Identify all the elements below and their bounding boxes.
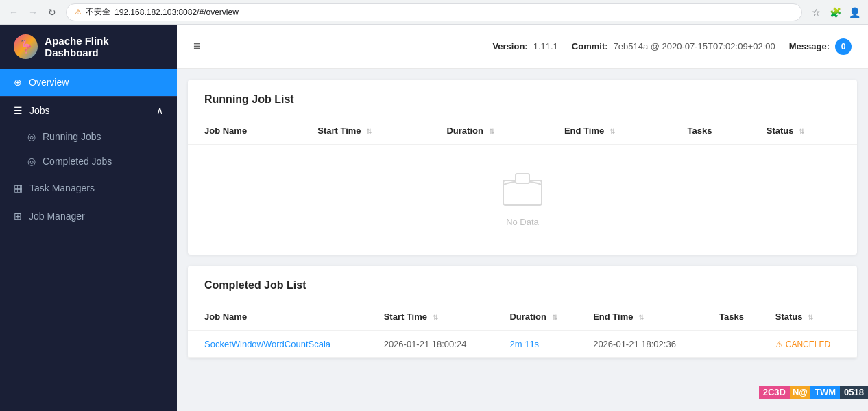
no-data-text: No Data (506, 217, 539, 227)
message-badge: 0 (835, 38, 852, 55)
sidebar-logo: 🦩 Apache Flink Dashboard (0, 25, 177, 69)
completed-jobs-icon: ◎ (27, 156, 36, 167)
address-text: 不安全 (86, 6, 110, 18)
sidebar-section-jobs: ☰ Jobs ∧ ◎ Running Jobs ◎ Completed Jobs (0, 96, 177, 174)
browser-navigation: ← → ↻ (5, 4, 60, 21)
refresh-button[interactable]: ↻ (44, 4, 60, 21)
cell-start-time: 2026-01-21 18:00:24 (373, 331, 499, 358)
watermark-csdn: 2C3D (759, 386, 790, 399)
completed-job-tbody: SocketWindowWordCountScala 2026-01-21 18… (188, 331, 857, 358)
comp-sort-start-time-icon: ⇅ (433, 314, 438, 321)
sort-start-time-icon: ⇅ (366, 128, 372, 135)
jobs-icon: ☰ (14, 105, 23, 116)
url-text: 192.168.182.103:8082/#/overview (114, 8, 239, 17)
extensions-icon[interactable]: 🧩 (827, 4, 843, 21)
jobs-header-left: ☰ Jobs (14, 105, 50, 116)
logo-icon: 🦩 (14, 34, 38, 59)
watermark-overlay: 2C3D N@ TWM 0518 (759, 386, 868, 399)
comp-col-job-name: Job Name (188, 303, 373, 331)
svg-rect-0 (503, 180, 542, 205)
address-bar[interactable]: ⚠ 不安全 192.168.182.103:8082/#/overview (66, 3, 802, 21)
svg-rect-1 (516, 174, 529, 183)
watermark-num: 0518 (840, 386, 868, 399)
sidebar-item-running-jobs[interactable]: ◎ Running Jobs (0, 124, 177, 149)
comp-col-start-time[interactable]: Start Time ⇅ (373, 303, 499, 331)
task-managers-icon: ▦ (14, 183, 23, 193)
table-row[interactable]: SocketWindowWordCountScala 2026-01-21 18… (188, 331, 857, 358)
version-value: 1.11.1 (533, 41, 558, 51)
sidebar-label-task-managers: Task Managers (29, 183, 95, 193)
browser-chrome: ← → ↻ ⚠ 不安全 192.168.182.103:8082/#/overv… (0, 0, 868, 25)
browser-actions: ☆ 🧩 👤 (808, 4, 863, 21)
sidebar-label-completed-jobs: Completed Jobs (43, 156, 112, 167)
chevron-up-icon: ∧ (156, 105, 163, 116)
comp-col-end-time[interactable]: End Time ⇅ (582, 303, 708, 331)
security-icon: ⚠ (75, 8, 82, 16)
running-job-table-head: Job Name Start Time ⇅ Duration ⇅ (188, 117, 857, 145)
cell-status: ⚠ CANCELED (764, 331, 857, 358)
comp-col-duration[interactable]: Duration ⇅ (498, 303, 582, 331)
status-badge: ⚠ CANCELED (775, 340, 830, 349)
sidebar: 🦩 Apache Flink Dashboard ⊕ Overview ☰ Jo… (0, 25, 177, 411)
version-label: Version: (492, 41, 527, 51)
completed-job-table: Job Name Start Time ⇅ Duration ⇅ (188, 303, 857, 358)
content-area: Running Job List Job Name Start Time ⇅ (177, 69, 868, 411)
sidebar-item-job-manager[interactable]: ⊞ Job Manager (0, 202, 177, 230)
comp-col-status[interactable]: Status ⇅ (764, 303, 857, 331)
commit-label: Commit: (572, 41, 608, 51)
sidebar-item-label-overview: Overview (29, 77, 69, 88)
running-job-list-title: Running Job List (188, 80, 857, 117)
watermark-twm: TWM (810, 386, 840, 399)
col-status[interactable]: Status ⇅ (756, 117, 857, 145)
col-job-name: Job Name (188, 117, 306, 145)
no-data-icon (501, 172, 544, 209)
cell-tasks (708, 331, 764, 358)
completed-job-header-row: Job Name Start Time ⇅ Duration ⇅ (188, 303, 857, 331)
col-start-time[interactable]: Start Time ⇅ (306, 117, 435, 145)
sidebar-item-overview[interactable]: ⊕ Overview (0, 69, 177, 96)
sidebar-label-running-jobs: Running Jobs (43, 131, 101, 142)
cell-duration: 2m 11s (498, 331, 582, 358)
forward-button[interactable]: → (25, 4, 41, 21)
comp-col-tasks: Tasks (708, 303, 764, 331)
sidebar-section-header-jobs[interactable]: ☰ Jobs ∧ (0, 97, 177, 124)
message-label: Message: (789, 41, 830, 51)
commit-value: 7eb514a @ 2020-07-15T07:02:09+02:00 (614, 41, 775, 51)
profile-icon[interactable]: 👤 (846, 4, 863, 21)
col-duration[interactable]: Duration ⇅ (435, 117, 553, 145)
status-icon: ⚠ (775, 340, 783, 349)
comp-sort-duration-icon: ⇅ (552, 314, 557, 321)
logo-text: Apache Flink Dashboard (45, 35, 163, 58)
bookmark-icon[interactable]: ☆ (808, 4, 824, 21)
header-info: Version: 1.11.1 Commit: 7eb514a @ 2020-0… (492, 38, 852, 55)
menu-toggle-icon[interactable]: ≡ (193, 39, 201, 54)
completed-job-list-title: Completed Job List (188, 266, 857, 303)
sort-duration-icon: ⇅ (489, 128, 494, 135)
running-job-table-container: Job Name Start Time ⇅ Duration ⇅ (188, 117, 857, 255)
top-header: ≡ Version: 1.11.1 Commit: 7eb514a @ 2020… (177, 25, 868, 69)
completed-job-table-head: Job Name Start Time ⇅ Duration ⇅ (188, 303, 857, 331)
comp-sort-end-time-icon: ⇅ (638, 314, 644, 321)
watermark-at: N@ (790, 386, 810, 399)
job-manager-icon: ⊞ (14, 211, 22, 222)
jobs-label: Jobs (29, 105, 50, 116)
running-job-header-row: Job Name Start Time ⇅ Duration ⇅ (188, 117, 857, 145)
col-tasks: Tasks (677, 117, 756, 145)
running-job-list-card: Running Job List Job Name Start Time ⇅ (188, 80, 857, 255)
sidebar-item-completed-jobs[interactable]: ◎ Completed Jobs (0, 149, 177, 174)
sidebar-label-job-manager: Job Manager (29, 211, 85, 222)
overview-icon: ⊕ (14, 77, 22, 88)
back-button[interactable]: ← (5, 4, 22, 21)
sidebar-item-task-managers[interactable]: ▦ Task Managers (0, 174, 177, 202)
cell-job-name: SocketWindowWordCountScala (188, 331, 373, 358)
running-jobs-icon: ◎ (27, 131, 36, 142)
completed-job-table-container: Job Name Start Time ⇅ Duration ⇅ (188, 303, 857, 358)
sort-end-time-icon: ⇅ (610, 128, 615, 135)
sort-status-icon: ⇅ (799, 128, 804, 135)
sidebar-navigation: ⊕ Overview ☰ Jobs ∧ ◎ Running Jobs ◎ (0, 69, 177, 411)
main-content: ≡ Version: 1.11.1 Commit: 7eb514a @ 2020… (177, 25, 868, 411)
running-job-table: Job Name Start Time ⇅ Duration ⇅ (188, 117, 857, 145)
completed-job-list-card: Completed Job List Job Name Start Time ⇅ (188, 266, 857, 358)
cell-end-time: 2026-01-21 18:02:36 (582, 331, 708, 358)
col-end-time[interactable]: End Time ⇅ (553, 117, 677, 145)
